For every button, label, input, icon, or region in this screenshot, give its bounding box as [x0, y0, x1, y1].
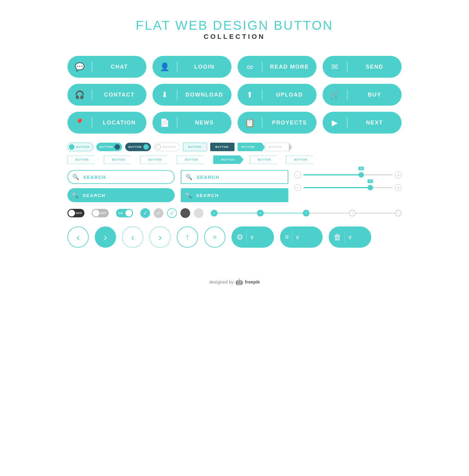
pill-toggle-row: BUTTON BUTTON BUTTON BUTTON BUTTON BUTTO…: [67, 143, 402, 151]
upload-icon: ⬆: [238, 90, 262, 100]
search-bar-outline-1[interactable]: 🔍 SEARCH: [67, 170, 175, 184]
toggle-btn-8[interactable]: BUTTON: [265, 143, 289, 151]
main-title: FLAT WEB DESIGN BUTTON: [136, 18, 333, 33]
prev-btn-2[interactable]: ‹: [122, 226, 143, 248]
freepik-face-icon: 🤖: [235, 278, 243, 285]
location-icon: 📍: [67, 118, 92, 127]
toggle-btn-1[interactable]: BUTTON: [67, 143, 93, 151]
controls-row: OFF OFF ON ✓ ✓ ✓ 1: [67, 208, 402, 218]
toggle-btn-3[interactable]: BUTTON: [125, 143, 151, 151]
step-5[interactable]: 5: [395, 210, 402, 216]
step-3[interactable]: 3: [303, 210, 310, 216]
search-icon-1: 🔍: [68, 174, 83, 180]
location-label: LOCATION: [92, 120, 146, 126]
slider-2-thumb[interactable]: 75: [368, 185, 373, 190]
search-icon-3: 🔍: [67, 192, 83, 199]
step-4[interactable]: 4: [349, 210, 356, 216]
search-icon-2: 🔍: [181, 174, 197, 180]
freepik-brand: freepik: [245, 279, 260, 284]
download-label: DOWNLOAD: [177, 92, 231, 98]
gear-combo-btn[interactable]: ⚙ ∨: [231, 226, 274, 248]
next-btn-2[interactable]: ›: [149, 226, 171, 248]
toggle-btn-4[interactable]: BUTTON: [154, 143, 180, 151]
switch-off-dark[interactable]: OFF: [67, 209, 84, 217]
menu-circle-btn[interactable]: ≡: [204, 226, 225, 248]
slider-1: − 20 +: [294, 172, 402, 178]
next-label: NEXT: [347, 120, 402, 126]
send-button[interactable]: ✉ SEND: [323, 56, 402, 78]
contact-button[interactable]: 🎧 CONTACT: [67, 84, 146, 106]
slider-1-plus[interactable]: +: [395, 172, 402, 178]
proyects-label: PROYECTS: [262, 120, 317, 126]
trash-combo-btn[interactable]: 🗑 ∨: [329, 226, 371, 248]
gear-icon: ⚙: [236, 233, 243, 242]
search-col-2: 🔍 SEARCH 🔍 SEARCH: [181, 170, 288, 202]
check-dark[interactable]: [180, 208, 190, 218]
slider-2-plus[interactable]: +: [395, 184, 402, 191]
arrow-btn-1[interactable]: BUTTON: [67, 155, 98, 164]
search-bar-filled-1[interactable]: 🔍 SEARCH: [67, 188, 175, 202]
content-area: 💬 CHAT 👤 LOGIN ∞ READ MORE ✉ SEND 🎧 CONT…: [67, 56, 402, 260]
icon-button-row: ‹ › ‹ › ↑ ≡ ⚙ ∨ ≡ ∨ 🗑 ∨: [67, 226, 402, 248]
buy-button[interactable]: 🛒 BUY: [323, 84, 402, 106]
slider-1-minus[interactable]: −: [294, 172, 301, 178]
upload-circle-btn[interactable]: ↑: [177, 226, 198, 248]
chat-button[interactable]: 💬 CHAT: [67, 56, 146, 78]
switch-off-gray[interactable]: OFF: [92, 209, 109, 217]
check-light[interactable]: [194, 208, 204, 218]
contact-label: CONTACT: [92, 92, 146, 98]
next-icon: ▶: [323, 118, 347, 127]
step-1[interactable]: 1: [211, 210, 217, 216]
buy-label: BUY: [347, 92, 402, 98]
download-button[interactable]: ⬇ DOWNLOAD: [152, 84, 231, 106]
arrow-btn-5[interactable]: BUTTON: [213, 155, 244, 164]
menu-icon: ≡: [285, 233, 289, 241]
chat-icon: 💬: [67, 62, 92, 72]
toggle-btn-2[interactable]: BUTTON: [96, 143, 122, 151]
step-progress-bar: 1 2 3 4 5: [211, 210, 402, 216]
chevron-down-icon-2: ∨: [295, 233, 300, 241]
login-button[interactable]: 👤 LOGIN: [152, 56, 231, 78]
switch-on-teal[interactable]: ON: [116, 209, 133, 217]
news-icon: 📄: [152, 118, 177, 127]
menu-combo-btn[interactable]: ≡ ∨: [280, 226, 323, 248]
login-label: LOGIN: [177, 64, 231, 70]
slider-1-thumb[interactable]: 20: [358, 172, 364, 178]
big-buttons-grid: 💬 CHAT 👤 LOGIN ∞ READ MORE ✉ SEND 🎧 CONT…: [67, 56, 402, 134]
news-button[interactable]: 📄 NEWS: [152, 112, 231, 134]
read-more-icon: ∞: [238, 62, 262, 72]
search-bar-outline-2[interactable]: 🔍 SEARCH: [181, 170, 288, 184]
next-button[interactable]: ▶ NEXT: [323, 112, 402, 134]
check-outline-teal[interactable]: ✓: [167, 208, 177, 218]
read-more-button[interactable]: ∞ READ MORE: [238, 56, 317, 78]
search-bar-filled-2[interactable]: 🔍 SEARCH: [181, 188, 288, 202]
arrow-btn-4[interactable]: BUTTON: [177, 155, 207, 164]
check-teal[interactable]: ✓: [140, 208, 150, 218]
arrow-btn-row: BUTTON BUTTON BUTTON BUTTON BUTTON BUTTO…: [67, 155, 402, 164]
prev-btn-1[interactable]: ‹: [67, 226, 89, 248]
arrow-btn-6[interactable]: BUTTON: [250, 155, 280, 164]
arrow-btn-2[interactable]: BUTTON: [104, 155, 134, 164]
search-col-1: 🔍 SEARCH 🔍 SEARCH: [67, 170, 175, 202]
toggle-btn-6[interactable]: BUTTON: [210, 143, 235, 151]
trash-icon: 🗑: [334, 233, 341, 242]
proyects-button[interactable]: 📋 PROYECTS: [238, 112, 317, 134]
footer: designed by 🤖 freepik: [209, 278, 260, 285]
search-icon-4: 🔍: [181, 192, 196, 199]
proyects-icon: 📋: [238, 118, 262, 127]
check-gray[interactable]: ✓: [154, 208, 163, 218]
upload-button[interactable]: ⬆ UPLOAD: [238, 84, 317, 106]
location-button[interactable]: 📍 LOCATION: [67, 112, 146, 134]
arrow-btn-3[interactable]: BUTTON: [140, 155, 171, 164]
slider-2-minus[interactable]: −: [294, 184, 301, 191]
checkbox-group: ✓ ✓ ✓: [140, 208, 204, 218]
toggle-btn-5[interactable]: BUTTON: [183, 143, 207, 151]
sub-title: COLLECTION: [136, 33, 333, 41]
arrow-btn-7[interactable]: BUTTON: [286, 155, 317, 164]
slider-col: − 20 + − 75 +: [294, 170, 402, 191]
next-btn-1[interactable]: ›: [95, 226, 116, 248]
toggle-btn-7[interactable]: BUTTON: [238, 143, 262, 151]
footer-prefix: designed by: [209, 279, 234, 284]
search-sliders-section: 🔍 SEARCH 🔍 SEARCH 🔍 SEARCH 🔍 SEARCH −: [67, 170, 402, 202]
step-2[interactable]: 2: [257, 210, 264, 216]
